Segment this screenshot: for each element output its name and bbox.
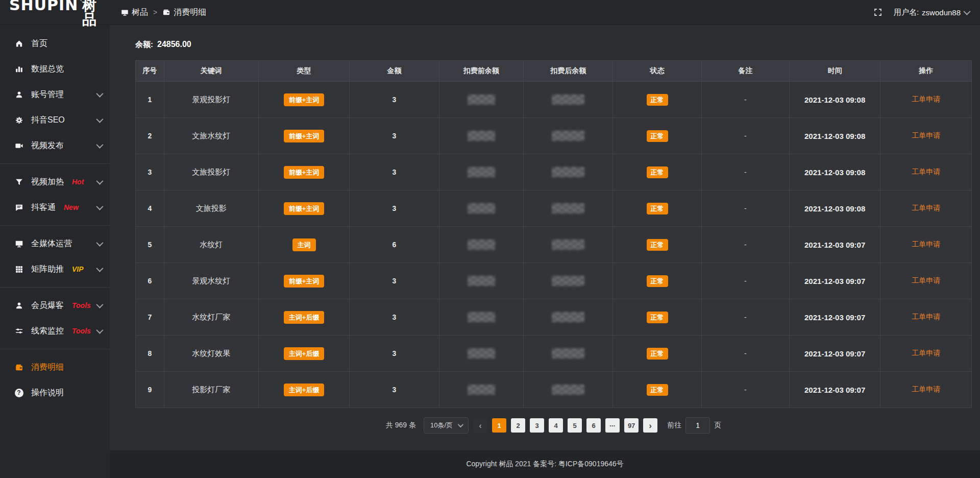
sidebar-item-consumption-detail[interactable]: 消费明细 [0, 354, 110, 380]
work-order-link[interactable]: 工单申请 [912, 385, 940, 393]
cell-balance-after [524, 82, 613, 118]
breadcrumb-current-label: 消费明细 [174, 7, 206, 18]
cell-amount: 3 [350, 190, 439, 227]
prev-page-button[interactable]: ‹ [473, 418, 487, 433]
sidebar-item-label: 全媒体运营 [31, 238, 72, 249]
cell-time: 2021-12-03 09:07 [789, 263, 880, 299]
cell-index: 5 [136, 227, 164, 263]
bar-chart-icon [14, 65, 24, 74]
cell-note: - [701, 190, 789, 227]
table-row: 5 水纹灯 主词 6 正常 - 2021-12-03 09:07 工单申请 [136, 227, 972, 263]
sidebar-item-label: 抖音SEO [31, 115, 65, 126]
cell-balance-before [439, 227, 523, 263]
cell-index: 3 [136, 154, 164, 190]
breadcrumb-separator: > [153, 8, 157, 16]
sidebar-item-video-publish[interactable]: 视频发布 [0, 133, 110, 158]
more-pages-button[interactable]: ••• [605, 418, 620, 433]
type-badge: 主词+后缀 [284, 311, 325, 324]
cell-keyword: 水纹灯效果 [164, 336, 258, 372]
sidebar-item-account-management[interactable]: 账号管理 [0, 82, 110, 107]
sidebar-item-instructions[interactable]: 操作说明 [0, 380, 110, 405]
cell-keyword: 水纹灯厂家 [164, 299, 258, 336]
sidebar-item-label: 抖客通 [31, 202, 56, 213]
sidebar-item-omnimedia-operation[interactable]: 全媒体运营 [0, 231, 110, 256]
status-badge: 正常 [647, 348, 668, 360]
page-size-select[interactable]: 10条/页 [424, 417, 469, 434]
cell-balance-before [439, 263, 523, 299]
work-order-link[interactable]: 工单申请 [912, 240, 940, 248]
status-badge: 正常 [647, 94, 668, 106]
cell-amount: 3 [350, 118, 439, 154]
cell-index: 7 [136, 299, 164, 336]
table-row: 9 投影灯厂家 主词+后缀 3 正常 - 2021-12-03 09:07 工单… [136, 372, 972, 408]
user-icon [14, 301, 24, 310]
user-menu[interactable]: 用户名: zswodun88 [894, 8, 969, 17]
cell-type: 前缀+主词 [258, 154, 350, 190]
cell-index: 2 [136, 118, 164, 154]
sidebar-item-video-heat[interactable]: 视频加热 Hot [0, 169, 110, 195]
cell-index: 1 [136, 82, 164, 118]
fullscreen-icon[interactable] [873, 8, 883, 17]
grid-icon [14, 265, 24, 274]
username-value: zswodun88 [922, 8, 961, 17]
sliders-icon [14, 327, 24, 336]
work-order-link[interactable]: 工单申请 [912, 204, 940, 212]
cell-note: - [701, 227, 789, 263]
divider [0, 349, 110, 349]
cell-action: 工单申请 [880, 336, 972, 372]
table-row: 3 文旅投影灯 前缀+主词 3 正常 - 2021-12-03 09:08 工单… [136, 154, 972, 190]
redacted-balance-after [552, 312, 584, 322]
chevron-down-icon [96, 116, 103, 123]
work-order-link[interactable]: 工单申请 [912, 313, 940, 321]
cell-action: 工单申请 [880, 299, 972, 336]
logo-text-cn: 树品 [82, 0, 110, 27]
type-badge: 前缀+主词 [284, 93, 325, 106]
work-order-link[interactable]: 工单申请 [912, 131, 940, 139]
next-page-button[interactable]: › [643, 418, 657, 433]
redacted-balance-before [468, 348, 495, 358]
cell-note: - [701, 263, 789, 299]
work-order-link[interactable]: 工单申请 [912, 168, 940, 176]
page-button-5[interactable]: 5 [568, 418, 582, 433]
sidebar-item-data-overview[interactable]: 数据总览 [0, 56, 110, 82]
col-header-type: 类型 [258, 61, 350, 82]
sidebar-item-label: 数据总览 [31, 64, 64, 75]
page-button-6[interactable]: 6 [586, 418, 601, 433]
page-button-4[interactable]: 4 [549, 418, 563, 433]
sidebar-item-lead-monitoring[interactable]: 线索监控 Tools [0, 318, 110, 344]
cell-keyword: 文旅投影 [164, 190, 258, 227]
chat-bubble-icon [14, 203, 24, 212]
page-button-3[interactable]: 3 [530, 418, 544, 433]
page-button-97[interactable]: 97 [624, 418, 639, 433]
work-order-link[interactable]: 工单申请 [912, 276, 940, 284]
cell-time: 2021-12-03 09:08 [789, 82, 880, 118]
goto-page-input[interactable] [685, 417, 710, 434]
cell-amount: 6 [350, 227, 439, 263]
sidebar-item-doukotong[interactable]: 抖客通 New [0, 195, 110, 220]
cell-balance-before [439, 372, 523, 408]
page-button-1[interactable]: 1 [492, 418, 506, 433]
chevron-down-icon [96, 203, 103, 210]
sidebar-item-home[interactable]: 首页 [0, 31, 110, 56]
username-label: 用户名: [894, 8, 919, 17]
cell-balance-after [524, 118, 613, 154]
table-row: 6 景观水纹灯 前缀+主词 3 正常 - 2021-12-03 09:07 工单… [136, 263, 972, 299]
redacted-balance-before [468, 385, 495, 395]
chevron-down-icon [96, 301, 103, 308]
sidebar-item-matrix-boost[interactable]: 矩阵助推 VIP [0, 256, 110, 282]
sidebar-item-douyin-seo[interactable]: 抖音SEO [0, 107, 110, 133]
cell-status: 正常 [613, 82, 702, 118]
cell-note: - [701, 82, 789, 118]
work-order-link[interactable]: 工单申请 [912, 349, 940, 357]
cell-keyword: 投影灯厂家 [164, 372, 258, 408]
work-order-link[interactable]: 工单申请 [912, 95, 940, 103]
funnel-icon [14, 178, 24, 186]
sidebar-item-member-baoke[interactable]: 会员爆客 Tools [0, 293, 110, 318]
breadcrumb-current[interactable]: 消费明细 [162, 7, 206, 18]
cell-time: 2021-12-03 09:07 [789, 299, 880, 336]
goto-unit-label: 页 [714, 421, 721, 430]
sidebar-item-label: 首页 [31, 38, 47, 49]
col-header-status: 状态 [613, 61, 702, 82]
breadcrumb-home[interactable]: 树品 [121, 7, 148, 18]
page-button-2[interactable]: 2 [511, 418, 525, 433]
